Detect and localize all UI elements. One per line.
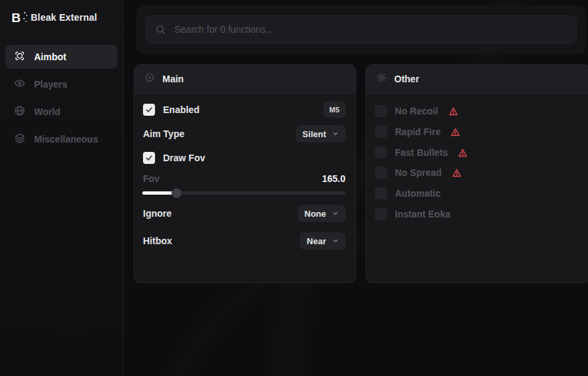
warning-icon <box>448 106 458 116</box>
other-panel-header: Other <box>366 65 588 94</box>
aim-type-dropdown[interactable]: Silent <box>296 125 345 143</box>
instant-eoka-label: Instant Eoka <box>395 209 450 219</box>
fov-label: Fov <box>143 173 160 184</box>
aim-type-value: Silent <box>303 129 326 139</box>
search-box[interactable] <box>146 15 577 43</box>
main-panel: Main Enabled M5 Aim Type Silent Draw Fov <box>134 64 356 283</box>
hitbox-dropdown[interactable]: Near <box>300 232 345 250</box>
crosshair-icon <box>14 50 25 64</box>
hitbox-row: Hitbox Near <box>143 232 345 250</box>
no-spread-label: No Spread <box>395 167 442 178</box>
fast-bullets-checkbox[interactable] <box>375 147 387 159</box>
chevron-down-icon <box>332 130 339 137</box>
gear-icon <box>376 72 387 86</box>
enabled-row: Enabled M5 <box>143 101 345 118</box>
warning-icon <box>450 127 460 137</box>
other-panel-title: Other <box>394 74 419 84</box>
enabled-checkbox[interactable] <box>143 104 155 116</box>
warning-icon <box>452 168 462 178</box>
ignore-label: Ignore <box>143 208 172 219</box>
sidebar-item-label: Players <box>34 79 67 90</box>
other-row-rapid-fire: Rapid Fire <box>375 125 460 138</box>
sidebar-item-label: Aimbot <box>34 52 66 62</box>
enabled-keybind-button[interactable]: M5 <box>323 102 345 118</box>
sidebar-header: B Bleak External <box>0 0 123 35</box>
sidebar-item-aimbot[interactable]: Aimbot <box>5 45 118 69</box>
search-icon <box>155 24 166 35</box>
fov-slider-thumb[interactable] <box>172 188 182 198</box>
fast-bullets-label: Fast Bullets <box>395 147 448 158</box>
app-title: Bleak External <box>31 12 97 23</box>
sidebar-item-miscellaneous[interactable]: Miscellaneous <box>5 127 118 151</box>
automatic-checkbox[interactable] <box>375 187 387 199</box>
ignore-row: Ignore None <box>143 205 345 222</box>
app-logo-icon: B <box>9 10 23 25</box>
enabled-label: Enabled <box>163 104 199 115</box>
eye-icon <box>14 78 25 91</box>
ignore-dropdown[interactable]: None <box>298 205 346 222</box>
draw-fov-label: Draw Fov <box>163 153 205 163</box>
chevron-down-icon <box>332 210 339 217</box>
sidebar-nav: Aimbot Players World Mi <box>0 35 123 151</box>
instant-eoka-checkbox[interactable] <box>375 208 387 220</box>
chevron-down-icon <box>332 238 339 244</box>
other-row-no-recoil: No Recoil <box>375 104 458 118</box>
sidebar: B Bleak External Aimbot Players <box>0 0 124 376</box>
sidebar-item-players[interactable]: Players <box>5 72 118 96</box>
rapid-fire-label: Rapid Fire <box>395 126 440 137</box>
other-row-instant-eoka: Instant Eoka <box>375 207 450 221</box>
sidebar-item-label: Miscellaneous <box>34 134 98 145</box>
rapid-fire-checkbox[interactable] <box>375 126 387 138</box>
ignore-value: None <box>305 209 327 219</box>
sidebar-item-label: World <box>34 106 60 117</box>
layers-icon <box>14 132 25 146</box>
warning-icon <box>458 148 468 158</box>
no-recoil-label: No Recoil <box>395 106 438 116</box>
other-row-automatic: Automatic <box>375 187 440 200</box>
search-section <box>136 5 586 54</box>
main-panel-header: Main <box>134 65 355 94</box>
fov-slider[interactable] <box>142 187 345 198</box>
other-row-no-spread: No Spread <box>375 166 462 179</box>
no-spread-checkbox[interactable] <box>375 167 387 179</box>
hitbox-label: Hitbox <box>143 236 172 246</box>
target-icon <box>144 72 155 86</box>
sidebar-item-world[interactable]: World <box>5 100 118 124</box>
other-panel: Other No Recoil Rapid Fire Fast Bullets … <box>365 64 588 283</box>
search-input[interactable] <box>173 23 567 35</box>
draw-fov-checkbox[interactable] <box>143 152 155 164</box>
aim-type-row: Aim Type Silent <box>143 125 345 143</box>
fov-value: 165.0 <box>322 173 345 184</box>
main-panel-title: Main <box>162 74 184 84</box>
draw-fov-row: Draw Fov <box>143 149 345 167</box>
no-recoil-checkbox[interactable] <box>375 105 387 117</box>
aim-type-label: Aim Type <box>143 128 184 139</box>
other-row-fast-bullets: Fast Bullets <box>375 146 468 159</box>
automatic-label: Automatic <box>395 188 440 199</box>
globe-icon <box>14 105 25 118</box>
fov-row: Fov 165.0 <box>143 172 345 185</box>
hitbox-value: Near <box>307 236 326 246</box>
